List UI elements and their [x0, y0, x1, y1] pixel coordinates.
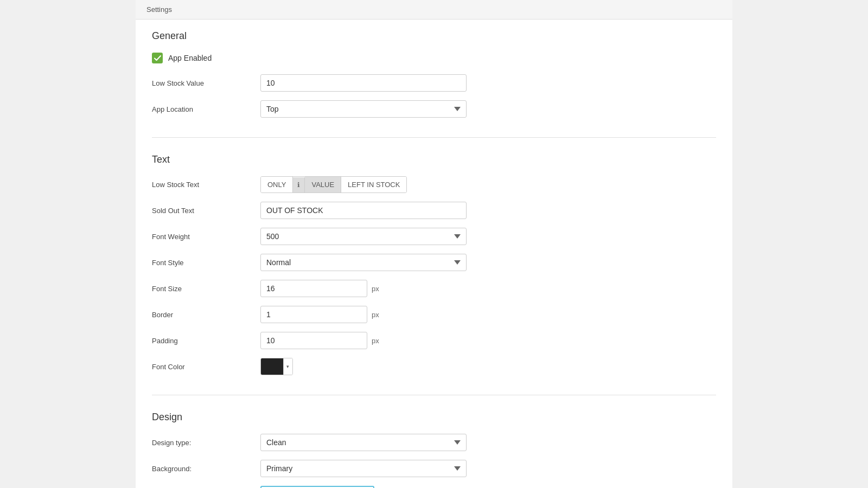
- page-wrapper: Settings General App Enabled Low Stock V…: [136, 0, 732, 488]
- low-stock-text-row: Low Stock Text ONLY ℹ VALUE LEFT IN STOC…: [152, 176, 716, 193]
- font-style-row: Font Style Normal Italic Oblique: [152, 254, 716, 271]
- settings-header: Settings: [136, 0, 732, 20]
- app-location-select[interactable]: Top Bottom Left Right: [260, 100, 467, 118]
- color-swatch: [261, 358, 283, 375]
- sold-out-text-row: Sold Out Text: [152, 202, 716, 219]
- font-size-row: Font Size px: [152, 280, 716, 297]
- padding-row: Padding px: [152, 332, 716, 349]
- app-location-row: App Location Top Bottom Left Right: [152, 100, 716, 118]
- border-row: Border px: [152, 306, 716, 323]
- preview-design-control: ONLY 10 LEFT IN STOCK: [260, 486, 467, 488]
- preview-design-button[interactable]: ONLY 10 LEFT IN STOCK: [260, 486, 374, 488]
- background-control: Primary Secondary Success Danger Warning…: [260, 460, 467, 477]
- app-enabled-row: App Enabled: [152, 53, 716, 63]
- border-label: Border: [152, 311, 260, 319]
- font-size-control: px: [260, 280, 381, 297]
- low-stock-only-part: ONLY: [261, 177, 293, 192]
- font-color-label: Font Color: [152, 363, 260, 371]
- preview-design-row: Preview Design: ONLY 10 LEFT IN STOCK: [152, 486, 716, 488]
- general-title: General: [152, 30, 716, 42]
- text-section: Text Low Stock Text ONLY ℹ VALUE LEFT IN…: [152, 154, 716, 395]
- low-stock-text-wrapper: ONLY ℹ VALUE LEFT IN STOCK: [260, 176, 407, 193]
- text-section-title: Text: [152, 154, 716, 165]
- low-stock-text-label: Low Stock Text: [152, 181, 260, 189]
- font-color-row: Font Color ▾: [152, 358, 716, 375]
- sold-out-text-label: Sold Out Text: [152, 207, 260, 215]
- font-style-control: Normal Italic Oblique: [260, 254, 467, 271]
- font-size-unit: px: [369, 285, 381, 293]
- app-location-label: App Location: [152, 105, 260, 113]
- low-stock-value-input[interactable]: [260, 74, 467, 92]
- low-stock-value-token: VALUE: [305, 177, 341, 192]
- settings-header-label: Settings: [146, 5, 172, 14]
- app-location-control: Top Bottom Left Right: [260, 100, 467, 118]
- design-type-row: Design type: Clean Bold Minimal: [152, 434, 716, 451]
- font-weight-label: Font Weight: [152, 233, 260, 241]
- design-section-title: Design: [152, 412, 716, 423]
- background-select[interactable]: Primary Secondary Success Danger Warning…: [260, 460, 467, 477]
- font-color-picker[interactable]: ▾: [260, 358, 293, 375]
- padding-control: px: [260, 332, 381, 349]
- font-style-select[interactable]: Normal Italic Oblique: [260, 254, 467, 271]
- font-weight-control: 100 200 300 400 500 600 700 800 900: [260, 228, 467, 245]
- background-label: Background:: [152, 465, 260, 473]
- app-enabled-label: App Enabled: [168, 54, 212, 62]
- checkmark-icon: [154, 55, 161, 62]
- info-icon: ℹ: [293, 177, 305, 192]
- font-size-label: Font Size: [152, 285, 260, 293]
- sold-out-text-control: [260, 202, 467, 219]
- font-weight-row: Font Weight 100 200 300 400 500 600 700 …: [152, 228, 716, 245]
- low-stock-suffix-part: LEFT IN STOCK: [341, 177, 406, 192]
- padding-label: Padding: [152, 337, 260, 345]
- border-input[interactable]: [260, 306, 367, 323]
- design-type-label: Design type:: [152, 439, 260, 447]
- general-section: General App Enabled Low Stock Value App …: [152, 30, 716, 138]
- font-style-label: Font Style: [152, 259, 260, 267]
- font-weight-select[interactable]: 100 200 300 400 500 600 700 800 900: [260, 228, 467, 245]
- low-stock-value-control: [260, 74, 467, 92]
- design-type-control: Clean Bold Minimal: [260, 434, 467, 451]
- background-row: Background: Primary Secondary Success Da…: [152, 460, 716, 477]
- low-stock-value-label: Low Stock Value: [152, 79, 260, 87]
- design-type-select[interactable]: Clean Bold Minimal: [260, 434, 467, 451]
- border-control: px: [260, 306, 381, 323]
- low-stock-value-row: Low Stock Value: [152, 74, 716, 92]
- padding-input[interactable]: [260, 332, 367, 349]
- border-unit: px: [369, 311, 381, 319]
- main-content: General App Enabled Low Stock Value App …: [136, 20, 732, 488]
- color-dropdown-arrow: ▾: [283, 358, 292, 375]
- font-size-input[interactable]: [260, 280, 367, 297]
- app-enabled-checkbox[interactable]: [152, 53, 163, 63]
- sold-out-text-input[interactable]: [260, 202, 467, 219]
- design-section: Design Design type: Clean Bold Minimal B…: [152, 412, 716, 488]
- padding-unit: px: [369, 337, 381, 345]
